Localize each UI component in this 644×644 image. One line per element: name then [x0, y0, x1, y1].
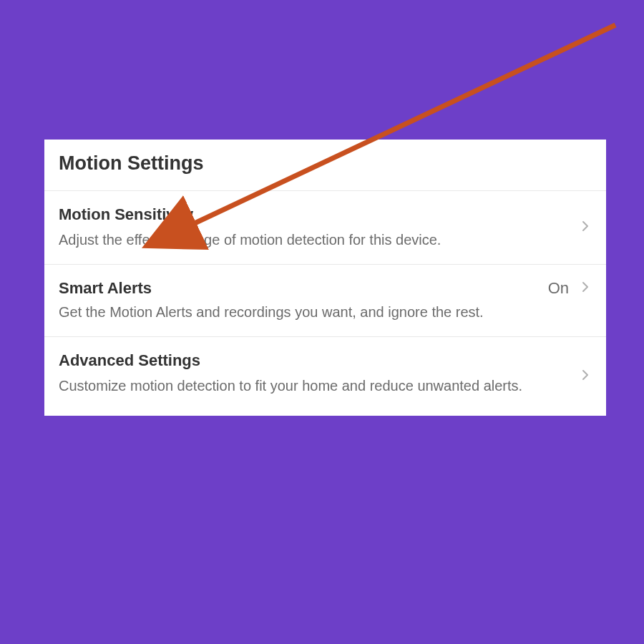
row-status-smart-alerts: On	[548, 279, 569, 298]
setting-row-smart-alerts[interactable]: Smart Alerts On Get the Motion Alerts an…	[44, 265, 606, 337]
page-title: Motion Settings	[59, 152, 592, 175]
setting-row-motion-sensitivity[interactable]: Motion Sensitivity Adjust the effective …	[44, 191, 606, 265]
row-title-motion-sensitivity: Motion Sensitivity	[59, 205, 193, 224]
panel-header: Motion Settings	[44, 140, 606, 191]
chevron-right-icon	[582, 281, 589, 296]
setting-row-advanced-settings[interactable]: Advanced Settings Customize motion detec…	[44, 337, 606, 416]
row-desc-advanced-settings: Customize motion detection to fit your h…	[59, 376, 547, 396]
row-desc-smart-alerts: Get the Motion Alerts and recordings you…	[59, 302, 547, 322]
row-title-smart-alerts: Smart Alerts	[59, 279, 152, 298]
chevron-right-icon	[582, 220, 589, 235]
row-desc-motion-sensitivity: Adjust the effective range of motion det…	[59, 230, 547, 250]
chevron-right-icon	[582, 369, 589, 384]
row-title-advanced-settings: Advanced Settings	[59, 351, 200, 370]
motion-settings-panel: Motion Settings Motion Sensitivity Adjus…	[44, 140, 606, 416]
